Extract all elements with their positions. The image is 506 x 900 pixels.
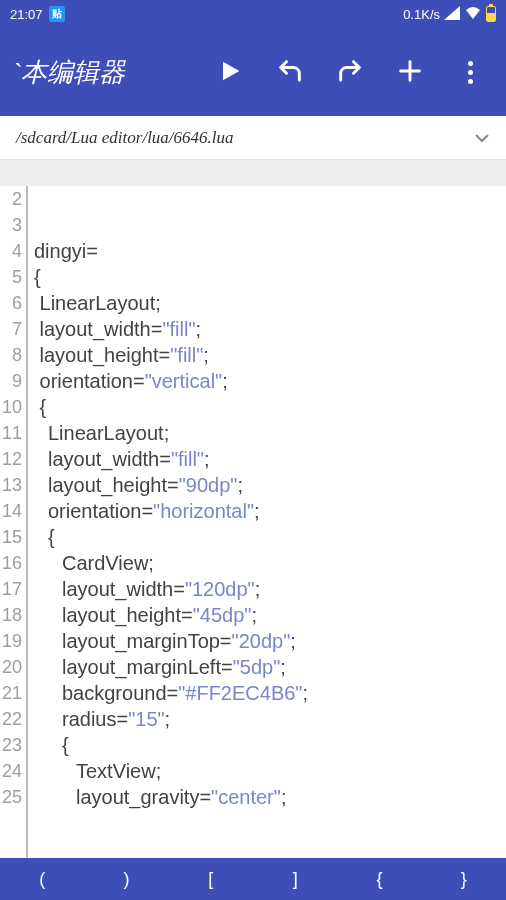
line-number: 5 [0,264,22,290]
line-number: 14 [0,498,22,524]
line-number: 12 [0,446,22,472]
line-number: 23 [0,732,22,758]
symbol-key[interactable]: [ [169,858,253,900]
add-button[interactable] [382,44,438,100]
line-number: 22 [0,706,22,732]
path-bar[interactable]: /sdcard/Lua editor/lua/6646.lua [0,116,506,160]
symbol-key[interactable]: ( [0,858,84,900]
code-line[interactable]: layout_width="fill"; [34,316,506,342]
code-line[interactable]: { [34,394,506,420]
line-number: 10 [0,394,22,420]
status-net-speed: 0.1K/s [403,7,440,22]
run-button[interactable] [202,44,258,100]
menu-button[interactable] [442,44,498,100]
signal-icon [444,6,460,23]
code-line[interactable]: { [34,264,506,290]
undo-icon [276,57,304,88]
line-number: 15 [0,524,22,550]
line-number: 3 [0,212,22,238]
line-number: 19 [0,628,22,654]
code-line[interactable]: CardView; [34,550,506,576]
code-line[interactable]: TextView; [34,758,506,784]
app-title: `本编辑器 [8,55,125,90]
line-number: 1 [0,160,22,186]
code-line[interactable]: layout_width="120dp"; [34,576,506,602]
code-line[interactable]: { [34,732,506,758]
code-line[interactable] [34,160,506,186]
code-line[interactable]: { [34,524,506,550]
symbol-bar: ()[]{} [0,858,506,900]
code-line[interactable]: orientation="vertical"; [34,368,506,394]
code-line[interactable]: layout_marginLeft="5dp"; [34,654,506,680]
code-line[interactable] [34,212,506,238]
code-line[interactable]: layout_height="fill"; [34,342,506,368]
line-number: 7 [0,316,22,342]
line-number: 9 [0,368,22,394]
symbol-key[interactable]: ] [253,858,337,900]
status-app-icon: 贴 [49,6,65,22]
line-number: 21 [0,680,22,706]
line-number: 4 [0,238,22,264]
chevron-down-icon[interactable] [474,128,490,148]
redo-button[interactable] [322,44,378,100]
line-number: 16 [0,550,22,576]
status-bar: 21:07 贴 0.1K/s [0,0,506,28]
line-number: 2 [0,186,22,212]
symbol-key[interactable]: } [422,858,506,900]
undo-button[interactable] [262,44,318,100]
code-line[interactable]: background="#FF2EC4B6"; [34,680,506,706]
line-number: 13 [0,472,22,498]
line-gutter: 1234567891011121314151617181920212223242… [0,160,28,858]
code-area[interactable]: dingyi={ LinearLayout; layout_width="fil… [28,160,506,858]
plus-icon [396,57,424,88]
code-editor[interactable]: 1234567891011121314151617181920212223242… [0,160,506,858]
toolbar: `本编辑器 [0,28,506,116]
line-number: 11 [0,420,22,446]
code-line[interactable]: LinearLayout; [34,290,506,316]
line-number: 20 [0,654,22,680]
code-line[interactable]: dingyi= [34,238,506,264]
line-number: 8 [0,342,22,368]
status-time: 21:07 [10,7,43,22]
redo-icon [336,57,364,88]
symbol-key[interactable]: ) [84,858,168,900]
code-line[interactable]: layout_gravity="center"; [34,784,506,810]
more-vert-icon [468,61,473,84]
line-number: 17 [0,576,22,602]
file-path: /sdcard/Lua editor/lua/6646.lua [16,128,234,148]
play-icon [216,57,244,88]
code-line[interactable] [34,186,506,212]
line-number: 18 [0,602,22,628]
line-number: 6 [0,290,22,316]
code-line[interactable]: layout_height="45dp"; [34,602,506,628]
code-line[interactable]: layout_height="90dp"; [34,472,506,498]
line-number: 24 [0,758,22,784]
wifi-icon [464,6,482,23]
battery-icon [486,6,496,22]
symbol-key[interactable]: { [337,858,421,900]
code-line[interactable]: radius="15"; [34,706,506,732]
code-line[interactable]: LinearLayout; [34,420,506,446]
code-line[interactable]: layout_marginTop="20dp"; [34,628,506,654]
code-line[interactable]: orientation="horizontal"; [34,498,506,524]
code-line[interactable]: layout_width="fill"; [34,446,506,472]
line-number: 25 [0,784,22,810]
